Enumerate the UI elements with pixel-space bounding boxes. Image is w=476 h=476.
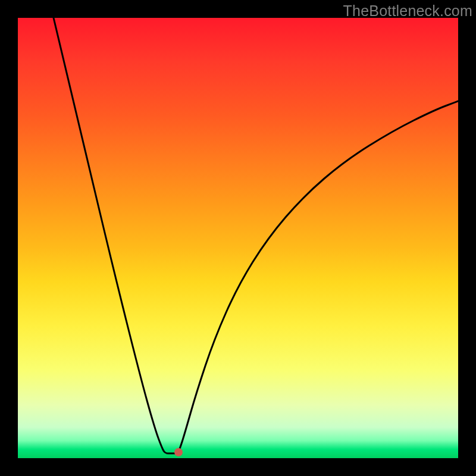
plot-area: [18, 18, 458, 458]
watermark-label: TheBottleneck.com: [343, 2, 472, 20]
bottleneck-curve: [18, 18, 458, 458]
optimal-point-marker: [174, 448, 183, 456]
chart-frame: TheBottleneck.com: [0, 0, 476, 476]
